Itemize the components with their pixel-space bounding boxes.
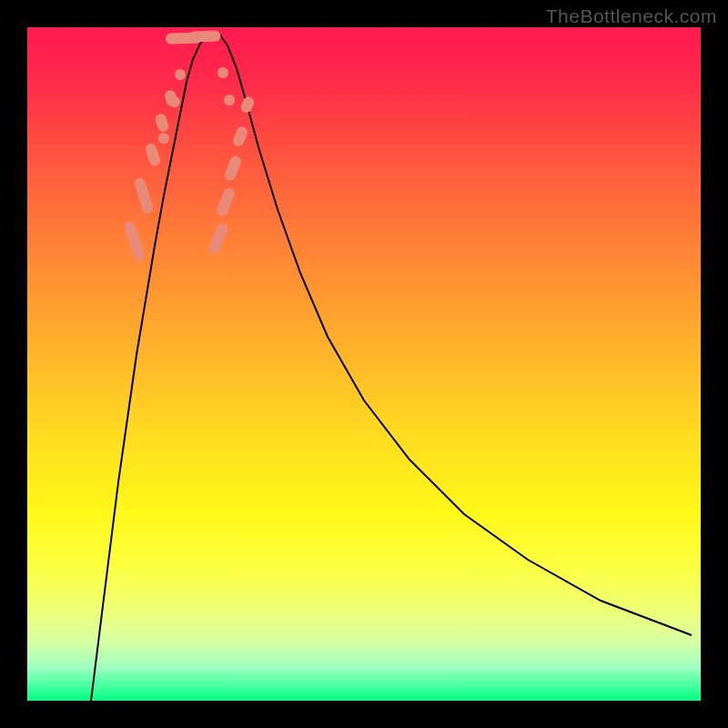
svg-point-14 [175,69,186,80]
svg-rect-11 [188,30,220,42]
svg-rect-8 [231,126,248,148]
svg-rect-7 [223,155,243,182]
watermark-text: TheBottleneck.com [546,5,717,27]
chart-container [27,27,701,701]
svg-rect-1 [133,177,155,215]
svg-point-13 [169,96,180,107]
svg-rect-2 [144,142,161,167]
bottleneck-curve [91,33,692,701]
svg-point-12 [158,133,169,144]
svg-rect-5 [207,222,229,256]
svg-rect-3 [154,113,170,134]
svg-rect-9 [239,95,256,114]
svg-rect-0 [123,220,146,263]
svg-point-15 [217,67,228,78]
svg-point-16 [224,95,235,106]
chart-svg [27,27,701,701]
svg-rect-6 [215,187,236,217]
